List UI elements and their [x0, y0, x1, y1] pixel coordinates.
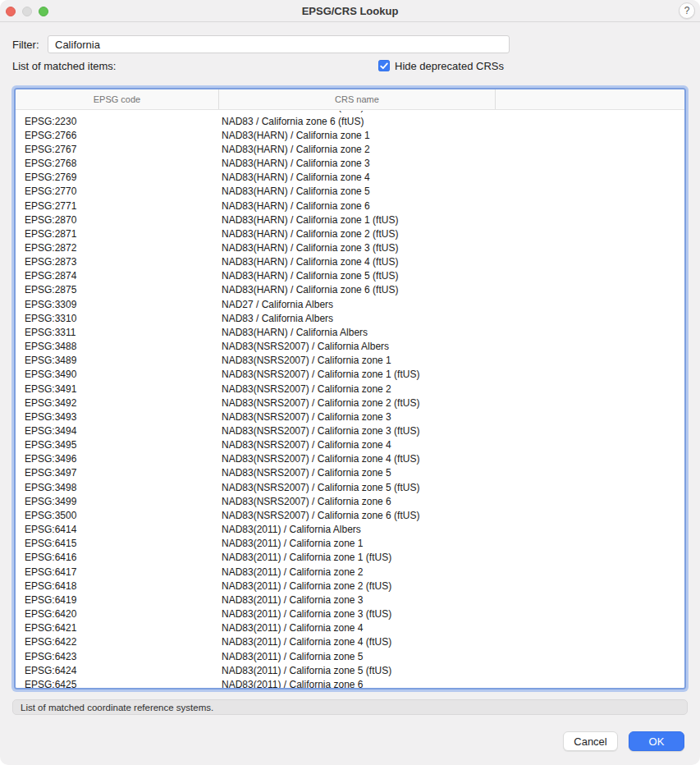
cell-epsg-code: EPSG:2767 [16, 144, 219, 155]
cell-crs-name: NAD83(NSRS2007) / California zone 1 (ftU… [219, 369, 496, 380]
cell-epsg-code: EPSG:2230 [16, 116, 219, 127]
cell-crs-name: NAD83(HARN) / California zone 6 (ftUS) [219, 284, 496, 295]
table-row[interactable]: EPSG:6415 NAD83(2011) / California zone … [16, 537, 684, 551]
table-row[interactable]: EPSG:2873 NAD83(HARN) / California zone … [16, 255, 684, 269]
table-row[interactable]: EPSG:6421 NAD83(2011) / California zone … [16, 621, 684, 635]
epsg-crs-lookup-dialog: EPSG/CRS Lookup ? Filter: List of matche… [0, 0, 700, 765]
cell-epsg-code: EPSG:6425 [16, 679, 219, 688]
cell-crs-name: NAD83(HARN) / California zone 5 (ftUS) [219, 270, 496, 282]
column-header-epsg-code[interactable]: EPSG code [16, 89, 219, 109]
column-header-empty[interactable] [496, 89, 684, 109]
cell-crs-name: NAD83(HARN) / California Albers [219, 327, 496, 338]
cell-epsg-code: EPSG:2872 [16, 242, 219, 254]
cell-epsg-code: EPSG:3488 [16, 341, 219, 352]
table-row[interactable]: EPSG:3490 NAD83(NSRS2007) / California z… [16, 368, 684, 382]
cell-crs-name: NAD83(2011) / California zone 3 (ftUS) [219, 608, 496, 620]
cell-crs-name: NAD83 / California zone 6 (ftUS) [219, 116, 496, 127]
table-row[interactable]: EPSG:2875 NAD83(HARN) / California zone … [16, 283, 684, 297]
cell-epsg-code: EPSG:6424 [16, 665, 219, 676]
cell-crs-name: NAD83(HARN) / California zone 4 (ftUS) [219, 256, 496, 268]
table-row[interactable]: EPSG:2871 NAD83(HARN) / California zone … [16, 227, 684, 240]
cell-epsg-code: EPSG:6415 [16, 538, 219, 549]
table-row[interactable]: EPSG:6417 NAD83(2011) / California zone … [16, 565, 684, 579]
filter-input[interactable] [48, 35, 510, 53]
cell-epsg-code: EPSG:3489 [16, 355, 219, 366]
cell-crs-name: NAD83(2011) / California zone 5 [219, 651, 496, 662]
table-row[interactable]: EPSG:6414 NAD83(2011) / California Alber… [16, 523, 684, 537]
table-row[interactable]: EPSG:3495 NAD83(NSRS2007) / California z… [16, 438, 684, 452]
cell-crs-name: NAD83(2011) / California zone 1 [219, 538, 496, 549]
cell-epsg-code: EPSG:3311 [16, 327, 219, 338]
table-row[interactable]: EPSG:3494 NAD83(NSRS2007) / California z… [16, 424, 684, 437]
hide-deprecated-checkbox-row[interactable]: Hide deprecated CRSs [378, 59, 504, 72]
cell-epsg-code: EPSG:6417 [16, 566, 219, 578]
checkmark-icon [380, 62, 388, 70]
cell-epsg-code: EPSG:2873 [16, 256, 219, 268]
cell-crs-name: NAD83(HARN) / California zone 6 [219, 200, 496, 212]
table-row[interactable]: EPSG:6418 NAD83(2011) / California zone … [16, 579, 684, 593]
cell-crs-name: NAD83(2011) / California zone 4 [219, 622, 496, 634]
table-row[interactable]: EPSG:2771 NAD83(HARN) / California zone … [16, 199, 684, 213]
table-row[interactable]: EPSG:3498 NAD83(NSRS2007) / California z… [16, 480, 684, 494]
table-row[interactable]: EPSG:3499 NAD83(NSRS2007) / California z… [16, 494, 684, 508]
cell-crs-name: NAD27 / California Albers [219, 299, 496, 310]
cell-crs-name: NAD83(HARN) / California zone 2 (ftUS) [219, 228, 496, 240]
column-header-crs-name[interactable]: CRS name [219, 89, 496, 109]
cell-crs-name: NAD83(NSRS2007) / California zone 4 (ftU… [219, 453, 496, 465]
table-row[interactable]: EPSG:2768 NAD83(HARN) / California zone … [16, 156, 684, 170]
table-row[interactable]: EPSG:2767 NAD83(HARN) / California zone … [16, 142, 684, 156]
table-row[interactable]: EPSG:3500 NAD83(NSRS2007) / California z… [16, 508, 684, 522]
cell-epsg-code: EPSG:3496 [16, 453, 219, 465]
table-row[interactable]: EPSG:2770 NAD83(HARN) / California zone … [16, 185, 684, 199]
table-row[interactable]: EPSG:3489 NAD83(NSRS2007) / California z… [16, 354, 684, 368]
cell-crs-name: NAD83 / California Albers [219, 313, 496, 324]
cell-crs-name: NAD83 / California zone 5 (ftUS) [219, 111, 496, 112]
cell-epsg-code: EPSG:2770 [16, 186, 219, 197]
cancel-button[interactable]: Cancel [563, 731, 618, 751]
table-row[interactable]: EPSG:2870 NAD83(HARN) / California zone … [16, 213, 684, 227]
help-button[interactable]: ? [679, 2, 695, 19]
table-row[interactable]: EPSG:2874 NAD83(HARN) / California zone … [16, 269, 684, 283]
cell-crs-name: NAD83(NSRS2007) / California zone 2 [219, 383, 496, 395]
window-title: EPSG/CRS Lookup [0, 0, 700, 22]
table-row[interactable]: EPSG:6422 NAD83(2011) / California zone … [16, 635, 684, 649]
table-row[interactable]: EPSG:3491 NAD83(NSRS2007) / California z… [16, 382, 684, 396]
hide-deprecated-checkbox[interactable] [378, 60, 390, 71]
table-row[interactable]: EPSG:3488 NAD83(NSRS2007) / California A… [16, 340, 684, 354]
crs-table[interactable]: EPSG code CRS name EPSG:2229 NAD83 / Cal… [16, 89, 684, 688]
table-row[interactable]: EPSG:6424 NAD83(2011) / California zone … [16, 663, 684, 677]
cell-epsg-code: EPSG:3309 [16, 299, 219, 310]
table-row[interactable]: EPSG:6416 NAD83(2011) / California zone … [16, 551, 684, 565]
table-row[interactable]: EPSG:6425 NAD83(2011) / California zone … [16, 677, 684, 688]
table-row[interactable]: EPSG:2230 NAD83 / California zone 6 (ftU… [16, 114, 684, 128]
cell-crs-name: NAD83(NSRS2007) / California zone 1 [219, 355, 496, 366]
cell-epsg-code: EPSG:6422 [16, 636, 219, 648]
table-row[interactable]: EPSG:2769 NAD83(HARN) / California zone … [16, 171, 684, 185]
table-row[interactable]: EPSG:2872 NAD83(HARN) / California zone … [16, 240, 684, 254]
table-row[interactable]: EPSG:6423 NAD83(2011) / California zone … [16, 649, 684, 663]
table-row[interactable]: EPSG:6420 NAD83(2011) / California zone … [16, 607, 684, 621]
table-row[interactable]: EPSG:3497 NAD83(NSRS2007) / California z… [16, 466, 684, 480]
cell-crs-name: NAD83(2011) / California Albers [219, 524, 496, 535]
cell-epsg-code: EPSG:2768 [16, 158, 219, 169]
ok-button[interactable]: OK [629, 731, 684, 751]
cell-epsg-code: EPSG:3493 [16, 411, 219, 423]
cell-epsg-code: EPSG:3492 [16, 397, 219, 409]
cell-crs-name: NAD83(HARN) / California zone 1 (ftUS) [219, 214, 496, 226]
table-row[interactable]: EPSG:2766 NAD83(HARN) / California zone … [16, 128, 684, 142]
titlebar: EPSG/CRS Lookup ? [0, 0, 700, 22]
cell-crs-name: NAD83(HARN) / California zone 5 [219, 186, 496, 197]
filter-label: Filter: [12, 36, 39, 53]
cell-crs-name: NAD83(2011) / California zone 4 (ftUS) [219, 636, 496, 648]
cell-epsg-code: EPSG:2870 [16, 214, 219, 226]
table-row[interactable]: EPSG:3309 NAD27 / California Albers [16, 297, 684, 311]
table-row[interactable]: EPSG:6419 NAD83(2011) / California zone … [16, 593, 684, 607]
status-text: List of matched coordinate reference sys… [21, 703, 213, 712]
table-row[interactable]: EPSG:3493 NAD83(NSRS2007) / California z… [16, 410, 684, 424]
cell-epsg-code: EPSG:3490 [16, 369, 219, 380]
table-body: EPSG:2229 NAD83 / California zone 5 (ftU… [16, 111, 684, 688]
table-row[interactable]: EPSG:3311 NAD83(HARN) / California Alber… [16, 325, 684, 339]
table-row[interactable]: EPSG:3492 NAD83(NSRS2007) / California z… [16, 396, 684, 410]
table-row[interactable]: EPSG:3496 NAD83(NSRS2007) / California z… [16, 452, 684, 466]
table-row[interactable]: EPSG:3310 NAD83 / California Albers [16, 311, 684, 325]
